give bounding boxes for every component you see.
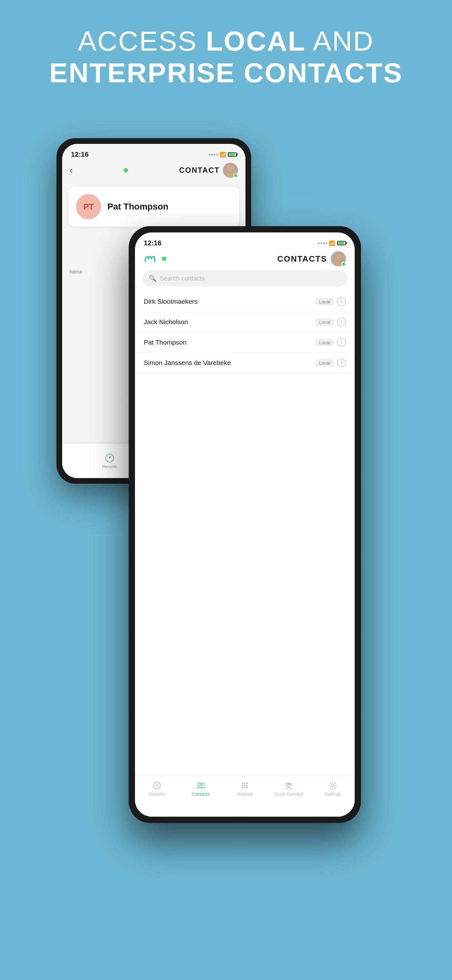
contacts-page-title: CONTACTS bbox=[277, 254, 327, 264]
svg-point-4 bbox=[335, 254, 341, 260]
contact-row-4[interactable]: Simon Janssens de Varebeke Local i bbox=[135, 353, 355, 373]
local-badge-4: Local bbox=[315, 359, 334, 367]
local-badge-1: Local bbox=[315, 298, 334, 305]
front-tab-bar: Recents Contacts bbox=[135, 776, 355, 817]
avatar-online-dot-front bbox=[341, 262, 346, 266]
keypad-icon bbox=[240, 781, 249, 790]
svg-point-1 bbox=[227, 165, 233, 172]
user-avatar-back[interactable] bbox=[223, 163, 238, 178]
svg-point-13 bbox=[246, 783, 248, 784]
contact-detail-card: PT Pat Thompson bbox=[68, 186, 239, 227]
nav-right: CONTACT bbox=[179, 163, 238, 178]
contact-initials: PT bbox=[76, 194, 101, 219]
tab-keypad[interactable]: Keypad bbox=[223, 781, 267, 797]
recents-icon: 🕐 bbox=[105, 453, 114, 463]
search-icon: 🔍 bbox=[149, 275, 157, 282]
contact-row-right-4: Local i bbox=[315, 358, 346, 367]
svg-point-10 bbox=[202, 783, 205, 786]
svg-point-15 bbox=[244, 785, 246, 786]
svg-point-22 bbox=[331, 784, 334, 787]
contact-name-3: Pat Thompson bbox=[144, 339, 186, 346]
contacts-nav: CONTACTS bbox=[135, 249, 355, 270]
info-icon-2[interactable]: i bbox=[337, 318, 346, 326]
tab-keypad-label: Keypad bbox=[237, 792, 252, 797]
svg-point-18 bbox=[244, 787, 246, 789]
svg-point-16 bbox=[246, 785, 248, 786]
contact-row-1[interactable]: Dirk Slootmaekers Local i bbox=[135, 291, 355, 312]
back-arrow-icon[interactable]: ‹ bbox=[70, 165, 73, 175]
avatar-online-dot bbox=[233, 173, 238, 178]
contact-row-right-1: Local i bbox=[315, 297, 346, 306]
contact-name-1: Dirk Slootmaekers bbox=[144, 298, 198, 305]
contact-name-4: Simon Janssens de Varebeke bbox=[144, 359, 231, 367]
search-bar[interactable]: 🔍 Search contacts bbox=[143, 270, 347, 286]
time-back: 12:16 bbox=[71, 150, 89, 159]
status-dot-front bbox=[162, 257, 167, 261]
status-bar-back: 12:16 📶 bbox=[62, 144, 246, 160]
svg-point-12 bbox=[244, 783, 246, 784]
contacts-icon-front-svg bbox=[197, 781, 205, 790]
header-line1: ACCESS LOCAL AND bbox=[0, 25, 452, 57]
contact-name: Pat Thompson bbox=[107, 202, 168, 212]
nav-right-front: CONTACTS bbox=[277, 251, 346, 266]
signal-dots-front bbox=[318, 242, 327, 244]
tab-recents[interactable]: Recents bbox=[135, 781, 179, 797]
header-line2: ENTERPRISE CONTACTS bbox=[0, 57, 452, 89]
contact-page-title: CONTACT bbox=[179, 166, 220, 175]
status-dot-green bbox=[124, 168, 128, 172]
battery-icon-front bbox=[337, 241, 346, 245]
contact-row-2[interactable]: Jack Nicholson Local i bbox=[135, 312, 355, 332]
contact-name-2: Jack Nicholson bbox=[144, 318, 188, 326]
tab-contacts-label-front: Contacts bbox=[192, 792, 209, 797]
logo-svg bbox=[144, 254, 159, 264]
time-front: 12:16 bbox=[144, 239, 161, 247]
svg-point-9 bbox=[198, 783, 201, 786]
header-section: ACCESS LOCAL AND ENTERPRISE CONTACTS bbox=[0, 0, 452, 89]
contact-row-3[interactable]: Pat Thompson Local i bbox=[135, 332, 355, 353]
settings-icon bbox=[328, 781, 337, 790]
phone-front-screen: 12:16 📶 bbox=[135, 232, 355, 817]
app-logo bbox=[144, 254, 167, 264]
contact-nav: ‹ CONTACT bbox=[62, 160, 246, 181]
svg-point-11 bbox=[242, 783, 244, 784]
info-icon-4[interactable]: i bbox=[337, 358, 346, 367]
tab-recents-label: Recents bbox=[149, 792, 165, 797]
contact-row-right-2: Local i bbox=[315, 318, 346, 326]
svg-point-17 bbox=[242, 787, 244, 789]
contact-row-right-3: Local i bbox=[315, 338, 346, 347]
info-icon-1[interactable]: i bbox=[337, 297, 346, 306]
user-avatar-front[interactable] bbox=[331, 251, 346, 266]
status-icons-front: 📶 bbox=[318, 240, 346, 246]
contact-list: Dirk Slootmaekers Local i Jack Nicholson… bbox=[135, 289, 355, 375]
tab-contacts-front[interactable]: Contacts bbox=[179, 781, 223, 797]
svg-point-19 bbox=[246, 787, 248, 789]
svg-point-14 bbox=[242, 785, 244, 786]
tab-settings-label: Settings bbox=[325, 792, 341, 797]
wifi-icon-front: 📶 bbox=[329, 240, 335, 246]
recents-label: Recents bbox=[102, 464, 117, 469]
svg-point-21 bbox=[288, 783, 290, 785]
local-badge-3: Local bbox=[315, 339, 334, 347]
status-icons-back: 📶 bbox=[209, 152, 237, 158]
tab-quick-connect[interactable]: Quick Connect bbox=[267, 781, 311, 797]
wifi-icon: 📶 bbox=[220, 152, 226, 158]
tab-quick-connect-label: Quick Connect bbox=[274, 792, 303, 797]
recents-icon-front bbox=[152, 781, 161, 790]
signal-dots bbox=[209, 154, 218, 156]
quick-connect-icon bbox=[284, 781, 293, 790]
info-icon-3[interactable]: i bbox=[337, 338, 346, 347]
phones-container: 12:16 📶 ‹ CONTACT bbox=[38, 119, 414, 936]
phone-front: 12:16 📶 bbox=[129, 226, 361, 823]
search-placeholder: Search contacts bbox=[160, 275, 205, 282]
nav-center bbox=[124, 168, 128, 172]
svg-line-8 bbox=[157, 786, 159, 786]
local-badge-2: Local bbox=[315, 318, 334, 326]
status-bar-front: 12:16 📶 bbox=[135, 232, 355, 249]
battery-icon bbox=[228, 152, 237, 157]
tab-settings[interactable]: Settings bbox=[311, 781, 355, 797]
